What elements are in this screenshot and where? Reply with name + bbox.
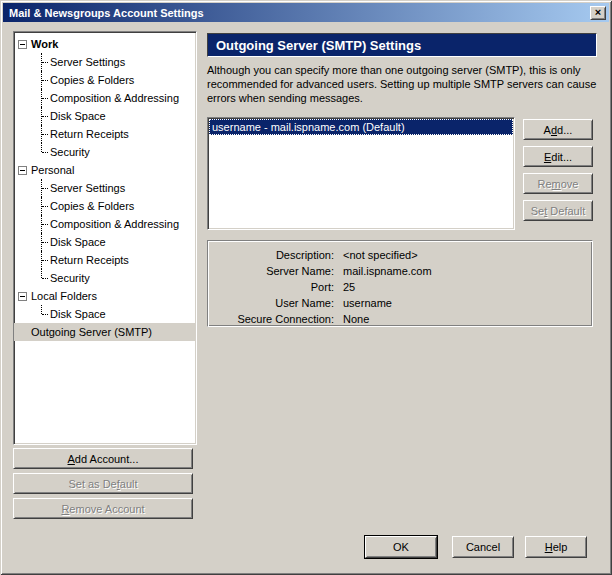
tree-item-label[interactable]: Outgoing Server (SMTP) bbox=[31, 326, 152, 338]
label-part: dd Account... bbox=[75, 453, 139, 465]
detail-row-user-name: User Name: username bbox=[208, 295, 592, 311]
label-part: Set as De bbox=[68, 478, 116, 490]
set-default-smtp-button: Set Default bbox=[523, 200, 593, 221]
detail-value: 25 bbox=[343, 281, 355, 293]
tree-personal-server-settings[interactable]: Server Settings bbox=[14, 179, 196, 197]
detail-value: <not specified> bbox=[343, 249, 418, 261]
window-title: Mail & Newsgroups Account Settings bbox=[3, 7, 590, 19]
tree-item-label[interactable]: Disk Space bbox=[50, 236, 106, 248]
tree-connector-icon bbox=[41, 233, 49, 251]
tree-connector-icon bbox=[41, 305, 49, 323]
tree-item-label[interactable]: Server Settings bbox=[50, 182, 125, 194]
tree-connector-icon bbox=[41, 143, 49, 161]
tree-connector-icon bbox=[41, 89, 49, 107]
detail-value: username bbox=[343, 297, 392, 309]
smtp-description-text: Although you can specify more than one o… bbox=[207, 63, 601, 105]
tree-personal-return-receipts[interactable]: Return Receipts bbox=[14, 251, 196, 269]
tree-work-copies-folders[interactable]: Copies & Folders bbox=[14, 71, 196, 89]
label-part: emove Account bbox=[69, 503, 144, 515]
tree-connector-icon bbox=[41, 125, 49, 143]
tree-group-work-label[interactable]: Work bbox=[31, 38, 58, 50]
tree-group-personal-label[interactable]: Personal bbox=[31, 164, 74, 176]
tree-connector-icon bbox=[41, 269, 49, 287]
label-part: R bbox=[61, 503, 69, 515]
tree-work-security[interactable]: Security bbox=[14, 143, 196, 161]
tree-group-personal[interactable]: Personal bbox=[14, 161, 196, 179]
smtp-server-list[interactable]: username - mail.ispname.com (Default) bbox=[207, 117, 515, 230]
tree-connector-icon bbox=[41, 197, 49, 215]
tree-item-label[interactable]: Server Settings bbox=[50, 56, 125, 68]
title-bar[interactable]: Mail & Newsgroups Account Settings × bbox=[3, 3, 609, 22]
label-part: elp bbox=[553, 541, 568, 553]
tree-item-label[interactable]: Return Receipts bbox=[50, 128, 129, 140]
detail-label: Server Name: bbox=[208, 265, 334, 277]
detail-label: Secure Connection: bbox=[208, 313, 334, 325]
close-icon[interactable]: × bbox=[590, 6, 606, 20]
tree-connector-icon bbox=[41, 179, 49, 197]
collapse-minus-icon[interactable] bbox=[18, 292, 27, 301]
help-button[interactable]: Help bbox=[525, 536, 587, 558]
detail-label: Description: bbox=[208, 249, 334, 261]
tree-item-label[interactable]: Disk Space bbox=[50, 308, 106, 320]
label-part: Se bbox=[531, 205, 544, 217]
tree-group-local-folders-label[interactable]: Local Folders bbox=[31, 290, 97, 302]
label-part: ault bbox=[120, 478, 138, 490]
set-as-default-button: Set as Default bbox=[13, 473, 193, 494]
label-part: d... bbox=[557, 124, 572, 136]
tree-item-label[interactable]: Security bbox=[50, 146, 90, 158]
tree-personal-composition-addressing[interactable]: Composition & Addressing bbox=[14, 215, 196, 233]
tree-work-server-settings[interactable]: Server Settings bbox=[14, 53, 196, 71]
edit-smtp-button[interactable]: Edit... bbox=[523, 146, 593, 167]
smtp-server-list-item[interactable]: username - mail.ispname.com (Default) bbox=[209, 119, 513, 135]
label-part: Re bbox=[538, 178, 552, 190]
tree-personal-copies-folders[interactable]: Copies & Folders bbox=[14, 197, 196, 215]
tree-connector-icon bbox=[41, 53, 49, 71]
tree-item-label[interactable]: Copies & Folders bbox=[50, 200, 134, 212]
detail-value: None bbox=[343, 313, 369, 325]
tree-work-composition-addressing[interactable]: Composition & Addressing bbox=[14, 89, 196, 107]
panel-heading: Outgoing Server (SMTP) Settings bbox=[208, 38, 421, 53]
tree-item-label[interactable]: Composition & Addressing bbox=[50, 92, 179, 104]
label-part: A bbox=[68, 453, 75, 465]
add-account-button[interactable]: Add Account... bbox=[13, 448, 193, 469]
tree-item-label[interactable]: Composition & Addressing bbox=[50, 218, 179, 230]
tree-item-label[interactable]: Security bbox=[50, 272, 90, 284]
detail-row-port: Port: 25 bbox=[208, 279, 592, 295]
add-smtp-button[interactable]: Add... bbox=[523, 119, 593, 140]
label-part: m bbox=[552, 178, 561, 190]
tree-item-label[interactable]: Return Receipts bbox=[50, 254, 129, 266]
tree-work-disk-space[interactable]: Disk Space bbox=[14, 107, 196, 125]
collapse-minus-icon[interactable] bbox=[18, 40, 27, 49]
remove-smtp-button: Remove bbox=[523, 173, 593, 194]
tree-personal-security[interactable]: Security bbox=[14, 269, 196, 287]
collapse-minus-icon[interactable] bbox=[18, 166, 27, 175]
tree-connector-icon bbox=[41, 251, 49, 269]
tree-group-local-folders[interactable]: Local Folders bbox=[14, 287, 196, 305]
account-settings-dialog: Mail & Newsgroups Account Settings × Wor… bbox=[0, 0, 612, 575]
label-part: dit... bbox=[551, 151, 572, 163]
label-part: H bbox=[545, 541, 553, 553]
tree-group-work[interactable]: Work bbox=[14, 35, 196, 53]
detail-row-description: Description: <not specified> bbox=[208, 247, 592, 263]
tree-item-outgoing-server-smtp[interactable]: Outgoing Server (SMTP) bbox=[14, 323, 196, 341]
ok-button[interactable]: OK bbox=[365, 536, 437, 558]
tree-item-label[interactable]: Disk Space bbox=[50, 110, 106, 122]
account-tree[interactable]: Work Server Settings Copies & Folders Co… bbox=[13, 31, 197, 445]
label-part: E bbox=[544, 151, 551, 163]
detail-value: mail.ispname.com bbox=[343, 265, 432, 277]
tree-local-disk-space[interactable]: Disk Space bbox=[14, 305, 196, 323]
tree-connector-icon bbox=[41, 107, 49, 125]
tree-item-label[interactable]: Copies & Folders bbox=[50, 74, 134, 86]
detail-row-server-name: Server Name: mail.ispname.com bbox=[208, 263, 592, 279]
tree-work-return-receipts[interactable]: Return Receipts bbox=[14, 125, 196, 143]
tree-personal-disk-space[interactable]: Disk Space bbox=[14, 233, 196, 251]
label-part: ove bbox=[561, 178, 579, 190]
detail-label: User Name: bbox=[208, 297, 334, 309]
tree-connector-icon bbox=[41, 215, 49, 233]
detail-row-secure-connection: Secure Connection: None bbox=[208, 311, 592, 327]
tree-connector-icon bbox=[41, 71, 49, 89]
cancel-button[interactable]: Cancel bbox=[452, 536, 514, 558]
label-part: A bbox=[544, 124, 551, 136]
panel-heading-bar: Outgoing Server (SMTP) Settings bbox=[207, 33, 597, 57]
label-part: Default bbox=[547, 205, 585, 217]
